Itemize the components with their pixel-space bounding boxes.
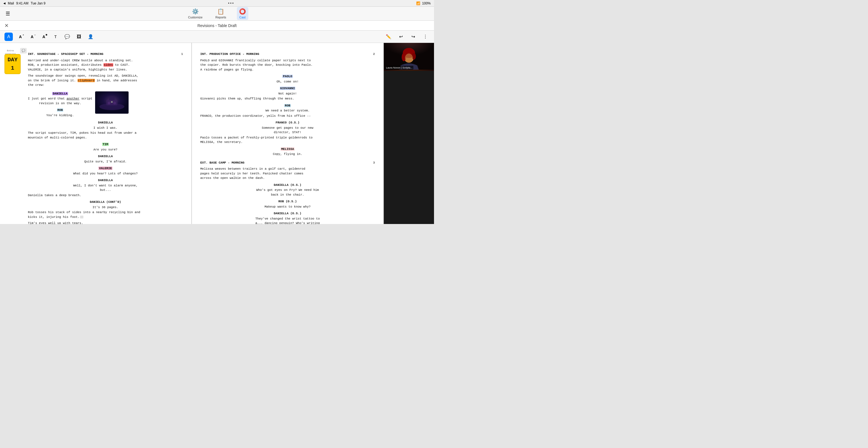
action-1: Harried and under-slept CREW bustle abou… [28,58,183,72]
app-name: Mail [8,1,14,5]
status-bar: ◀ Mail 9:41 AM Tue Jan 9 • • • 📶 100% [0,0,434,7]
right-char-rob-1: ROB [200,103,375,108]
pencil-button[interactable]: ✏️ [384,33,393,41]
toolbar-left: ☰ [6,10,10,17]
dial-daniella-2: I wish I was. [66,126,145,130]
close-button[interactable]: ✕ [4,23,9,29]
highlight-clipboard: clipboard [78,79,95,82]
action-4: Daniella takes a deep breath. [28,193,183,198]
video-label: Laura Noxon | Scripta... [385,66,413,70]
back-arrow[interactable]: ◀ [3,2,6,5]
dial-daniella-4: Well, I don't want to alarm anyone,but..… [66,183,145,193]
reports-label: Reports [215,15,226,19]
format-a-button[interactable]: A [4,33,13,41]
status-right: 📶 100% [416,1,431,5]
top-toolbar: ☰ ⚙️ Customize 📋 Reports ⭕ Cast [0,7,434,21]
toolbar-center: ⚙️ Customize 📋 Reports ⭕ Cast [186,7,248,20]
format-a-plus-button[interactable]: A+ [16,33,25,41]
dial-daniella-1: I just got word that another scriptrevis… [28,96,92,106]
customize-icon: ⚙️ [192,8,199,15]
reports-button[interactable]: 📋 Reports [213,7,228,20]
right-script-panel[interactable]: INT. PRODUCTION OFFICE - MORNING 2 PAOLO… [192,43,383,224]
day-badge-container: DAY 1 Extra catering [2,48,19,56]
char-tim-1: TIM [28,142,183,147]
right-scene-3-text: EXT. BASE CAMP - MORNING [200,161,244,165]
left-script-panel[interactable]: DAY 1 Extra catering 💬 INT. SOUNDSTAGE -… [0,43,191,224]
highlight-sides: sides [103,63,113,67]
hamburger-menu[interactable]: ☰ [6,10,10,17]
customize-label: Customize [188,15,203,19]
redo-button[interactable]: ↪ [409,33,417,41]
svg-point-5 [113,102,116,104]
main-content: DAY 1 Extra catering 💬 INT. SOUNDSTAGE -… [0,43,434,224]
dial-daniella-3: Quite sure, I'm afraid. [66,159,145,164]
action-6: Tim's eyes well up with tears. [28,221,183,224]
image-button[interactable]: 🖼 [75,33,83,41]
wifi-icon: 📶 [416,1,420,5]
right-char-daniella-os-2: DANIELLA (O.S.) [200,211,375,216]
comment-button[interactable]: 💬 [63,33,71,41]
format-right: ✏️ ↩ ↪ ⋮ [384,33,430,41]
subtitle-bar: ✕ Revisions - Table Draft [0,21,434,31]
right-dial-melissa-1: Copy, flying in. [249,152,327,157]
script-left-text: INT. SOUNDSTAGE - SPACESHIP SET - MORNIN… [28,52,183,224]
undo-button[interactable]: ↩ [397,33,405,41]
cast-label: Cast [239,15,246,19]
document-title: Revisions - Table Draft [197,24,237,28]
cast-button[interactable]: ⭕ Cast [237,7,248,20]
person-button[interactable]: 👤 [87,33,95,41]
right-scene-3: EXT. BASE CAMP - MORNING 3 [200,161,375,165]
script-image [95,91,129,114]
right-dial-franco: Someone get pages to our newdirector, ST… [249,126,327,135]
scene-num-1: 1 [181,52,183,57]
svg-rect-3 [109,97,115,100]
dial-valerie-1: What did you hear? Lots of changes? [66,171,145,176]
dial-rob-1: You're kidding. [28,113,92,118]
right-char-franco: FRANCO (O.S.) [200,120,375,125]
action-3: The script supervisor, TIM, pokes his he… [28,131,183,140]
status-left: ◀ Mail 9:41 AM Tue Jan 9 [3,1,45,5]
more-button[interactable]: ⋮ [421,33,430,41]
format-left: A A+ A− A✱ T 💬 🖼 👤 [4,33,95,41]
right-dial-giovanni: Not again! [249,91,327,96]
right-char-paolo: PAOLO [200,74,375,79]
char-daniella-cont: DANIELLA (CONT'D) [28,200,183,205]
right-scene-num-2: 2 [373,52,375,57]
right-scene-heading-3: EXT. BASE CAMP - MORNING 3 [200,161,375,165]
right-action-5: Melissa weaves between trailers in a gol… [200,167,375,180]
comment-bubble[interactable]: 💬 [20,48,27,54]
action-2: The soundstage door swings open, reveali… [28,74,183,88]
customize-button[interactable]: ⚙️ Customize [186,7,205,20]
action-5: Rob tosses his stack of sides into a nea… [28,210,183,219]
right-dial-rob-1: We need a better system. [249,108,327,113]
right-char-daniella-os: DANIELLA (O.S.) [200,183,375,187]
svg-point-6 [111,101,113,103]
right-action-3: FRANCO, the production coordinator, yell… [200,114,375,118]
char-daniella-3: DANIELLA [28,154,183,159]
right-scene-num-3: 3 [373,161,375,165]
battery: 100% [422,1,431,5]
svg-point-4 [108,102,111,104]
right-action-1: PAOLO and GIOVANNI frantically collate p… [200,58,375,72]
format-a-star-button[interactable]: A✱ [40,33,48,41]
char-valerie-1: VALERIE [28,166,183,171]
right-action-2: Giovanni picks them up, shuffling throug… [200,96,375,101]
day-number: DAY 1 [7,56,19,72]
char-rob-1: ROB [28,108,92,112]
right-char-melissa-1: MELISSA [200,147,375,151]
right-char-rob-os: ROB (O.S.) [200,199,375,204]
dial-daniella-cont: It's 36 pages. [66,205,145,210]
action-left-text: DANIELLA I just got word that another sc… [28,89,92,118]
reports-icon: 📋 [217,8,224,15]
right-dial-rob-os: Makeup wants to know why? [249,205,327,209]
right-scene-heading-text-2: INT. PRODUCTION OFFICE - MORNING [200,52,259,57]
svg-point-14 [405,54,413,62]
date: Tue Jan 9 [31,1,45,5]
video-thumbnail: Laura Noxon | Scripta... [384,43,434,71]
action-with-image: DANIELLA I just got word that another sc… [28,89,183,118]
format-t-button[interactable]: T [51,33,60,41]
char-daniella-1: DANIELLA [28,91,92,96]
cast-icon: ⭕ [239,8,246,15]
format-a-minus-button[interactable]: A− [28,33,36,41]
right-dial-paolo: Oh, come on! [249,79,327,84]
